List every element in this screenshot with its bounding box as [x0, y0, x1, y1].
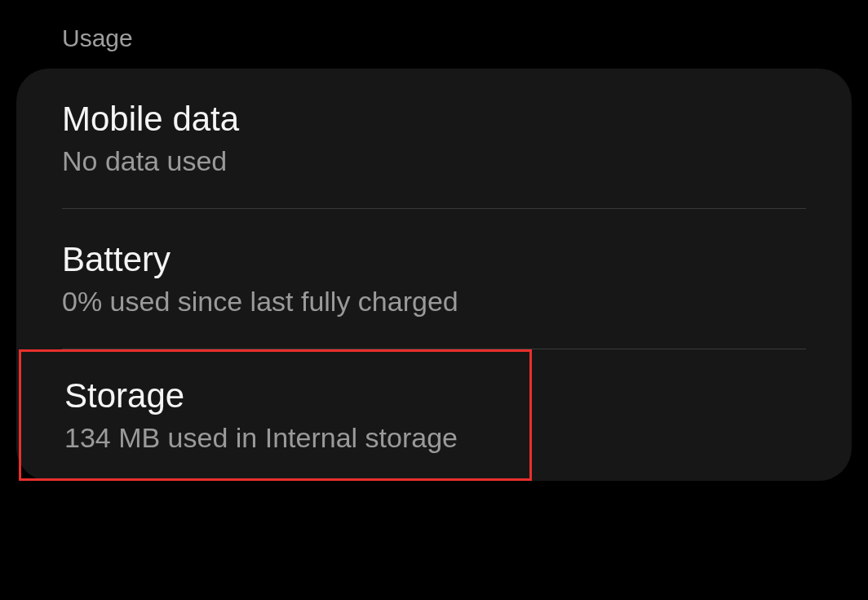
- storage-item[interactable]: Storage 134 MB used in Internal storage: [19, 349, 532, 481]
- mobile-data-subtitle: No data used: [62, 145, 806, 177]
- battery-item[interactable]: Battery 0% used since last fully charged: [16, 209, 852, 349]
- section-header: Usage: [0, 0, 868, 69]
- mobile-data-title: Mobile data: [62, 100, 806, 139]
- battery-subtitle: 0% used since last fully charged: [62, 286, 806, 318]
- mobile-data-item[interactable]: Mobile data No data used: [16, 69, 852, 208]
- storage-subtitle: 134 MB used in Internal storage: [64, 422, 529, 454]
- battery-title: Battery: [62, 240, 806, 279]
- usage-card: Mobile data No data used Battery 0% used…: [16, 69, 852, 481]
- storage-title: Storage: [64, 376, 529, 416]
